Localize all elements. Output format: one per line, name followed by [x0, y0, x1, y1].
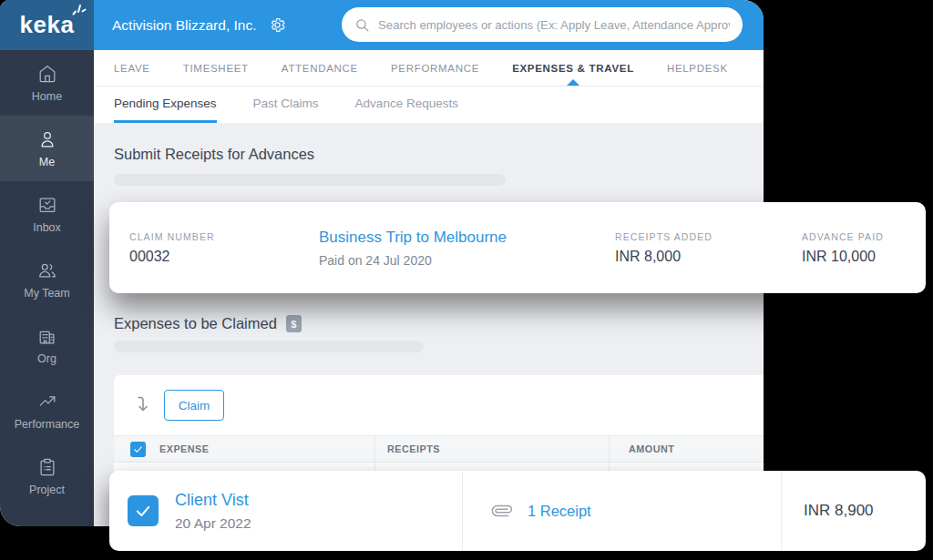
subtab-advance-requests[interactable]: Advance Requests [355, 87, 458, 123]
expenses-section-title: Expenses to be Claimed $ [114, 315, 302, 332]
trip-title-link[interactable]: Business Trip to Melbourne [319, 229, 507, 247]
sidebar-item-label: Home [32, 90, 62, 103]
trip-column: Business Trip to Melbourne Paid on 24 Ju… [319, 202, 507, 293]
building-icon [37, 326, 57, 346]
receipts-cell: 1 Receipt [462, 471, 781, 551]
column-header-receipts: RECEIPTS [387, 436, 440, 462]
advances-section-title: Submit Receipts for Advances [114, 146, 314, 163]
column-header-amount: AMOUNT [629, 436, 674, 462]
search-input[interactable] [378, 18, 730, 32]
sidebar-item-me[interactable]: Me [0, 116, 94, 181]
table-header-row: EXPENSE RECEIPTS AMOUNT [114, 435, 764, 463]
sidebar-item-label: Performance [15, 418, 80, 431]
tab-label: PERFORMANCE [391, 63, 479, 74]
sidebar-item-label: Org [37, 352, 56, 365]
subtab-pending-expenses[interactable]: Pending Expenses [114, 87, 217, 123]
sidebar-item-my-team[interactable]: My Team [0, 247, 94, 312]
advance-paid-value: INR 10,000 [802, 249, 884, 265]
tab-performance[interactable]: PERFORMANCE [391, 50, 479, 86]
tab-label: EXPENSES & TRAVEL [512, 63, 634, 74]
amount-value: INR 8,900 [804, 502, 874, 520]
row-checkbox[interactable] [128, 495, 159, 526]
tab-attendance[interactable]: ATTENDANCE [282, 50, 358, 86]
keka-logo-text: keka [20, 11, 75, 38]
loading-skeleton [114, 341, 424, 352]
search-icon [354, 17, 370, 33]
sidebar-item-home[interactable]: Home [0, 50, 94, 116]
receipts-added-label: RECEIPTS ADDED [615, 231, 713, 242]
active-tab-caret-icon [567, 79, 579, 86]
advance-claim-card: CLAIM NUMBER 00032 Business Trip to Melb… [109, 202, 926, 293]
select-all-checkbox[interactable] [130, 442, 146, 457]
receipts-added-column: RECEIPTS ADDED INR 8,000 [615, 202, 713, 293]
user-icon [37, 129, 57, 149]
keka-logo-inner: keka [20, 11, 75, 39]
column-header-expense: EXPENSE [159, 436, 210, 462]
inbox-icon [37, 195, 57, 215]
clipboard-icon [37, 457, 57, 477]
company-name: Activision Blizzard, Inc. [112, 17, 257, 34]
logo-sparks-icon [72, 3, 87, 15]
advance-paid-column: ADVANCE PAID INR 10,000 [802, 202, 884, 293]
claim-number-value: 00032 [129, 249, 215, 265]
tab-label: LEAVE [114, 63, 150, 74]
expenses-title-text: Expenses to be Claimed [114, 315, 277, 332]
tab-timesheet[interactable]: TIMESHEET [183, 50, 249, 86]
receipt-count-link[interactable]: 1 Receipt [528, 503, 591, 520]
tab-leave[interactable]: LEAVE [114, 50, 150, 86]
module-tabs: LEAVE TIMESHEET ATTENDANCE PERFORMANCE E… [94, 50, 764, 87]
sidebar: Home Me Inbox My Team Org [0, 0, 94, 526]
sidebar-item-label: Inbox [33, 221, 61, 234]
tab-label: ATTENDANCE [282, 63, 358, 74]
download-arrow-icon[interactable] [134, 396, 149, 412]
sidebar-item-label: Project [29, 484, 65, 496]
sidebar-item-label: My Team [24, 287, 69, 300]
tab-label: HELPDESK [667, 63, 728, 74]
expense-subtabs: Pending Expenses Past Claims Advance Req… [94, 87, 764, 123]
dollar-receipt-icon: $ [286, 315, 302, 332]
expense-text-block: Client Vist 20 Apr 2022 [175, 491, 251, 532]
paperclip-icon [492, 501, 512, 521]
expense-name-link[interactable]: Client Vist [175, 491, 251, 510]
home-icon [37, 64, 57, 84]
receipts-added-value: INR 8,000 [615, 249, 713, 265]
advance-paid-label: ADVANCE PAID [802, 231, 884, 242]
page: { "brand": { "logo_text": "keka" }, "top… [0, 0, 933, 560]
claim-number-column: CLAIM NUMBER 00032 [129, 202, 215, 293]
team-icon [37, 260, 57, 280]
expense-row-card[interactable]: Client Vist 20 Apr 2022 1 Receipt INR 8,… [109, 471, 926, 551]
tab-helpdesk[interactable]: HELPDESK [667, 50, 728, 86]
expense-cell: Client Vist 20 Apr 2022 [109, 471, 462, 551]
sidebar-item-project[interactable]: Project [0, 443, 94, 509]
sidebar-item-performance[interactable]: Performance [0, 378, 94, 443]
trend-arrow-icon [37, 392, 57, 412]
claim-button[interactable]: Claim [164, 390, 224, 421]
tab-expenses-travel[interactable]: EXPENSES & TRAVEL [512, 50, 634, 86]
loading-skeleton [114, 174, 506, 186]
search-bar[interactable] [342, 7, 743, 42]
claim-number-label: CLAIM NUMBER [129, 231, 215, 242]
sidebar-item-inbox[interactable]: Inbox [0, 181, 94, 247]
sidebar-item-label: Me [39, 156, 55, 168]
keka-logo[interactable]: keka [0, 0, 94, 50]
advances-title-text: Submit Receipts for Advances [114, 146, 314, 163]
content-area: Submit Receipts for Advances Expenses to… [94, 123, 764, 526]
tab-label: TIMESHEET [183, 63, 249, 74]
subtab-past-claims[interactable]: Past Claims [253, 87, 319, 123]
settings-gear-icon[interactable] [269, 16, 286, 34]
expense-date: 20 Apr 2022 [175, 515, 251, 532]
paid-on-text: Paid on 24 Jul 2020 [319, 253, 507, 268]
topbar: Activision Blizzard, Inc. [94, 0, 764, 50]
amount-cell: INR 8,900 [781, 471, 926, 551]
sidebar-item-org[interactable]: Org [0, 312, 94, 378]
